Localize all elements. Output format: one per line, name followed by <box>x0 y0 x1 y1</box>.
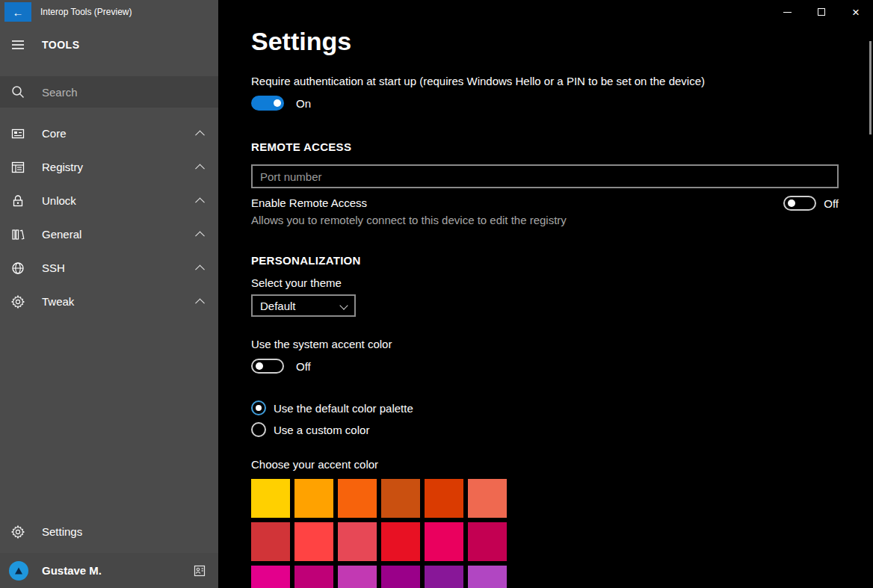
system-accent-label: Use the system accent color <box>251 338 873 351</box>
remote-access-toggle[interactable] <box>783 196 816 211</box>
sidebar-item-label: Unlock <box>42 194 76 207</box>
accent-color-label: Choose your accent color <box>251 458 873 471</box>
close-button[interactable]: × <box>839 0 873 24</box>
personalization-header: PERSONALIZATION <box>251 254 873 267</box>
sidebar-item-label: SSH <box>42 261 65 274</box>
accent-swatch-2-4[interactable] <box>425 566 463 588</box>
remote-access-description: Allows you to remotely connect to this d… <box>251 214 873 227</box>
sidebar-item-tweak[interactable]: Tweak <box>0 285 218 318</box>
search-icon <box>0 84 36 99</box>
sidebar-item-settings[interactable]: Settings <box>0 515 218 548</box>
accent-swatch-1-1[interactable] <box>294 522 333 561</box>
chevron-down-icon <box>339 301 348 309</box>
tweak-gear-icon <box>0 294 36 309</box>
search-box[interactable] <box>0 76 218 108</box>
accent-swatch-0-2[interactable] <box>338 479 377 518</box>
toggle-knob <box>788 199 795 207</box>
accent-swatch-1-2[interactable] <box>338 522 377 561</box>
sidebar: ← Interop Tools (Preview) TOOLS <box>0 0 218 588</box>
sidebar-item-label: Core <box>42 127 67 140</box>
window-controls: × <box>770 0 873 24</box>
hamburger-menu-button[interactable] <box>0 37 36 52</box>
app-title: Interop Tools (Preview) <box>40 7 132 17</box>
chevron-up-icon[interactable] <box>195 130 205 140</box>
enable-remote-access-row: Enable Remote Access Off <box>251 196 839 211</box>
back-button[interactable]: ← <box>4 2 31 22</box>
auth-toggle-row: On <box>251 96 873 111</box>
search-input[interactable] <box>42 86 191 99</box>
switch-account-icon[interactable] <box>193 564 206 578</box>
scrollbar-thumb[interactable] <box>869 41 872 134</box>
chevron-up-icon[interactable] <box>195 197 205 207</box>
radio-default-palette-label: Use the default color palette <box>274 402 413 415</box>
chevron-up-icon[interactable] <box>195 231 205 241</box>
accent-swatch-2-3[interactable] <box>381 566 420 588</box>
sidebar-item-ssh[interactable]: SSH <box>0 251 218 285</box>
account-row[interactable]: Gustave M. <box>0 553 218 588</box>
accent-swatch-2-5[interactable] <box>468 566 507 588</box>
enable-remote-access-label: Enable Remote Access <box>251 196 367 210</box>
chevron-up-icon[interactable] <box>195 164 205 173</box>
auth-label: Require authentication at start up (requ… <box>251 75 873 88</box>
sidebar-item-core[interactable]: Core <box>0 117 218 150</box>
minimize-button[interactable] <box>770 0 804 24</box>
theme-dropdown[interactable]: Default <box>251 294 356 317</box>
main-area: × Settings Require authentication at sta… <box>218 0 873 588</box>
settings-content: Settings Require authentication at start… <box>218 25 873 588</box>
accent-swatch-2-0[interactable] <box>251 566 290 588</box>
toggle-knob <box>256 362 263 370</box>
registry-icon <box>0 160 36 175</box>
remote-access-toggle-state: Off <box>824 197 839 210</box>
accent-swatch-1-3[interactable] <box>381 522 420 561</box>
system-accent-toggle-row: Off <box>251 359 873 374</box>
radio-custom-color-label: Use a custom color <box>274 424 369 436</box>
accent-swatch-0-3[interactable] <box>381 479 420 518</box>
accent-color-grid <box>251 479 507 588</box>
hamburger-icon <box>10 37 25 52</box>
radio-custom-color[interactable]: Use a custom color <box>251 422 873 437</box>
sidebar-item-label: Registry <box>42 161 83 173</box>
settings-gear-icon <box>0 524 36 539</box>
sidebar-item-label: Tweak <box>42 295 74 308</box>
sidebar-nav: Core Registry <box>0 117 218 318</box>
accent-swatch-0-4[interactable] <box>425 479 463 518</box>
accent-swatch-1-5[interactable] <box>468 522 507 561</box>
sidebar-item-registry[interactable]: Registry <box>0 150 218 184</box>
radio-button-unchecked[interactable] <box>251 422 266 437</box>
radio-button-checked[interactable] <box>251 400 266 415</box>
core-icon <box>0 126 36 141</box>
accent-swatch-2-2[interactable] <box>338 566 377 588</box>
accent-swatch-0-0[interactable] <box>251 479 290 518</box>
maximize-icon <box>818 8 825 16</box>
sidebar-item-unlock[interactable]: Unlock <box>0 184 218 217</box>
sidebar-item-label: Settings <box>42 525 82 538</box>
accent-swatch-1-0[interactable] <box>251 522 290 561</box>
accent-swatch-0-5[interactable] <box>468 479 507 518</box>
accent-swatch-1-4[interactable] <box>425 522 463 561</box>
back-arrow-icon: ← <box>13 6 24 19</box>
system-accent-toggle[interactable] <box>251 359 284 374</box>
chevron-up-icon[interactable] <box>195 264 205 274</box>
remote-access-header: REMOTE ACCESS <box>251 140 873 154</box>
toggle-knob <box>274 99 281 107</box>
general-icon <box>0 227 36 242</box>
auth-toggle-state: On <box>296 97 311 110</box>
accent-swatch-2-1[interactable] <box>294 566 333 588</box>
theme-label: Select your theme <box>251 276 873 290</box>
theme-dropdown-value: Default <box>260 300 296 312</box>
maximize-button[interactable] <box>804 0 839 24</box>
avatar <box>9 561 28 581</box>
page-title: Settings <box>251 25 873 57</box>
accent-swatch-0-1[interactable] <box>294 479 333 518</box>
port-number-input[interactable] <box>251 164 839 188</box>
sidebar-item-general[interactable]: General <box>0 217 218 251</box>
unlock-icon <box>0 194 36 208</box>
auth-toggle[interactable] <box>251 96 284 111</box>
radio-default-palette[interactable]: Use the default color palette <box>251 400 873 415</box>
ssh-globe-icon <box>0 261 36 276</box>
chevron-up-icon[interactable] <box>195 298 205 308</box>
sidebar-item-label: General <box>42 228 81 241</box>
enable-remote-access-control: Off <box>783 196 839 211</box>
minimize-icon <box>783 12 792 13</box>
close-icon: × <box>852 6 860 19</box>
